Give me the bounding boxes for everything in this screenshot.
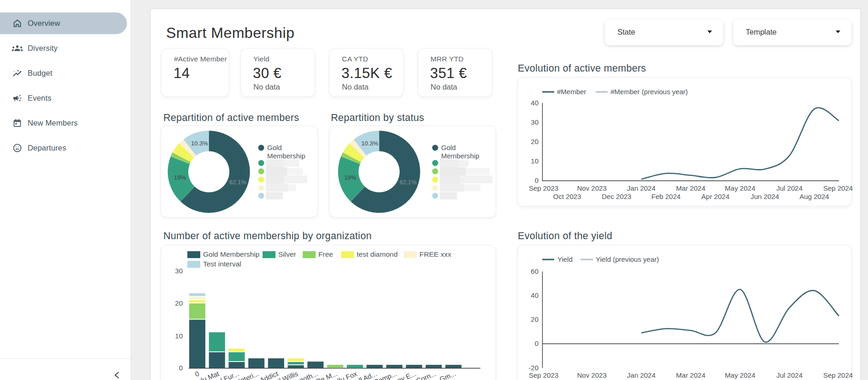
svg-text:Free: Free	[318, 250, 333, 258]
svg-text:62.1%: 62.1%	[400, 179, 417, 186]
svg-text:0: 0	[535, 339, 539, 347]
svg-text:10: 10	[531, 157, 539, 165]
svg-text:Corn...: Corn...	[415, 369, 437, 380]
svg-text:Jan 2024: Jan 2024	[627, 371, 656, 379]
svg-text:Gold: Gold	[267, 144, 282, 151]
svg-text:0: 0	[535, 176, 539, 184]
svg-text:May 2024: May 2024	[725, 184, 755, 192]
svg-text:60: 60	[531, 267, 539, 275]
svg-text:Sep 2023: Sep 2023	[529, 371, 558, 379]
svg-text:Oct 2023: Oct 2023	[553, 193, 581, 200]
svg-text:Membership: Membership	[441, 152, 479, 160]
svg-text:Jun 2024: Jun 2024	[751, 193, 779, 200]
svg-text:Yield: Yield	[557, 255, 573, 263]
svg-text:19%: 19%	[344, 174, 356, 181]
svg-text:Sep 2023: Sep 2023	[529, 184, 558, 192]
svg-text:20: 20	[531, 138, 539, 145]
svg-text:test diamond: test diamond	[357, 250, 398, 258]
svg-text:Sep 2024: Sep 2024	[823, 371, 853, 379]
svg-text:0: 0	[179, 364, 183, 372]
svg-text:FREE xxx: FREE xxx	[419, 250, 451, 258]
svg-text:Membership: Membership	[267, 152, 305, 160]
svg-text:Nov 2023: Nov 2023	[577, 184, 606, 192]
svg-text:Jan 2024: Jan 2024	[627, 184, 656, 192]
svg-text:20: 20	[175, 299, 183, 307]
svg-text:10: 10	[175, 332, 183, 340]
svg-text:Feb 2024: Feb 2024	[652, 193, 681, 200]
svg-text:19%: 19%	[174, 174, 186, 181]
svg-text:Sep 2024: Sep 2024	[823, 184, 853, 192]
svg-text:10.3%: 10.3%	[361, 140, 378, 147]
svg-text:30: 30	[531, 118, 539, 126]
svg-text:Aug 2024: Aug 2024	[799, 193, 829, 200]
svg-text:Apr 2024: Apr 2024	[701, 193, 730, 200]
svg-text:40: 40	[531, 291, 539, 299]
svg-text:Jul 2024: Jul 2024	[777, 184, 803, 192]
svg-text:Mar 2024: Mar 2024	[676, 184, 705, 192]
svg-text:Gold Membership: Gold Membership	[203, 250, 259, 258]
svg-text:40: 40	[531, 99, 539, 107]
svg-text:#Member (previous year): #Member (previous year)	[611, 88, 688, 96]
svg-text:Gold: Gold	[441, 144, 456, 151]
svg-text:Dec 2023: Dec 2023	[602, 193, 631, 200]
svg-text:Yield (previous year): Yield (previous year)	[596, 255, 659, 263]
svg-text:Gm...: Gm...	[438, 369, 457, 380]
svg-text:Silver: Silver	[278, 250, 296, 258]
svg-text:10.3%: 10.3%	[191, 140, 208, 147]
svg-text:62.1%: 62.1%	[229, 179, 246, 186]
svg-text:Jul 2024: Jul 2024	[777, 371, 803, 379]
svg-text:#Member: #Member	[557, 88, 586, 96]
svg-text:Test interval: Test interval	[203, 260, 241, 268]
svg-text:-20: -20	[528, 364, 539, 372]
svg-text:20: 20	[531, 315, 539, 323]
svg-text:30: 30	[175, 267, 183, 275]
svg-text:Nov 2023: Nov 2023	[577, 371, 606, 379]
svg-text:May 2024: May 2024	[725, 371, 755, 379]
svg-text:Mar 2024: Mar 2024	[676, 371, 705, 379]
